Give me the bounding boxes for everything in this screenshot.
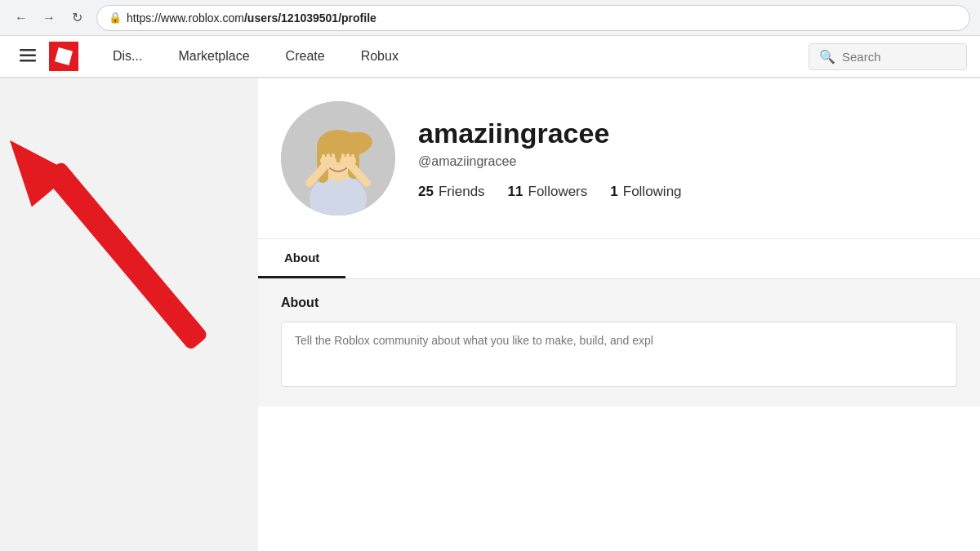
followers-stat: 11 Followers: [508, 184, 588, 200]
nav-link-discover[interactable]: Dis...: [95, 35, 160, 78]
about-title: About: [281, 295, 957, 310]
reload-icon: ↻: [72, 10, 82, 25]
main-content: amaziingracee @amaziingracee 25 Friends …: [0, 78, 980, 551]
svg-rect-1: [20, 54, 36, 56]
address-bar[interactable]: 🔒 https://www.roblox.com/users/121039501…: [96, 5, 970, 31]
profile-header: amaziingracee @amaziingracee 25 Friends …: [258, 78, 980, 239]
roblox-navbar: Dis... Marketplace Create Robux 🔍: [0, 36, 980, 78]
avatar: [281, 101, 395, 216]
browser-nav-buttons: ← → ↻: [10, 7, 88, 29]
url-path: /users/121039501/profile: [244, 11, 376, 24]
reload-button[interactable]: ↻: [65, 7, 88, 29]
followers-count: 11: [508, 184, 523, 200]
search-input[interactable]: [842, 50, 956, 64]
svg-rect-16: [341, 153, 345, 161]
followers-label: Followers: [528, 184, 588, 200]
profile-username: amaziingracee: [418, 117, 954, 150]
forward-button[interactable]: →: [38, 7, 60, 29]
following-label: Following: [623, 184, 682, 200]
sidebar-partial: [0, 78, 258, 551]
url-domain: https://www.roblox.com: [127, 11, 244, 24]
friends-label: Friends: [439, 184, 485, 200]
nav-links: Dis... Marketplace Create Robux 🔍: [95, 35, 967, 78]
roblox-logo[interactable]: [49, 42, 78, 71]
svg-rect-13: [322, 154, 325, 161]
friends-stat: 25 Friends: [418, 184, 485, 200]
url-text: https://www.roblox.com/users/121039501/p…: [127, 11, 958, 24]
nav-link-robux[interactable]: Robux: [343, 35, 416, 78]
profile-area: amaziingracee @amaziingracee 25 Friends …: [258, 78, 980, 551]
nav-link-create[interactable]: Create: [268, 35, 343, 78]
about-section: About: [258, 279, 980, 407]
back-button[interactable]: ←: [10, 7, 33, 29]
browser-chrome: ← → ↻ 🔒 https://www.roblox.com/users/121…: [0, 0, 980, 36]
hamburger-menu[interactable]: [13, 41, 42, 73]
profile-handle: @amaziingracee: [418, 154, 954, 169]
svg-rect-0: [20, 49, 36, 51]
profile-stats: 25 Friends 11 Followers 1 Following: [418, 184, 954, 200]
forward-icon: →: [42, 11, 56, 25]
following-count: 1: [610, 184, 617, 200]
roblox-logo-diamond: [55, 47, 73, 65]
page-wrapper: ← → ↻ 🔒 https://www.roblox.com/users/121…: [0, 0, 980, 551]
svg-rect-17: [346, 153, 350, 161]
nav-link-marketplace[interactable]: Marketplace: [160, 35, 267, 78]
profile-info: amaziingracee @amaziingracee 25 Friends …: [418, 117, 954, 201]
search-bar[interactable]: 🔍: [808, 43, 967, 70]
tab-about[interactable]: About: [258, 239, 345, 278]
svg-rect-15: [332, 153, 335, 161]
friends-count: 25: [418, 184, 434, 200]
lock-icon: 🔒: [109, 11, 122, 24]
search-icon: 🔍: [819, 49, 835, 64]
back-icon: ←: [15, 11, 28, 25]
about-textarea[interactable]: [281, 322, 957, 387]
profile-tabs: About: [258, 239, 980, 279]
svg-rect-18: [351, 154, 354, 161]
svg-rect-2: [20, 60, 36, 62]
following-stat: 1 Following: [610, 184, 681, 200]
svg-rect-14: [327, 153, 330, 161]
